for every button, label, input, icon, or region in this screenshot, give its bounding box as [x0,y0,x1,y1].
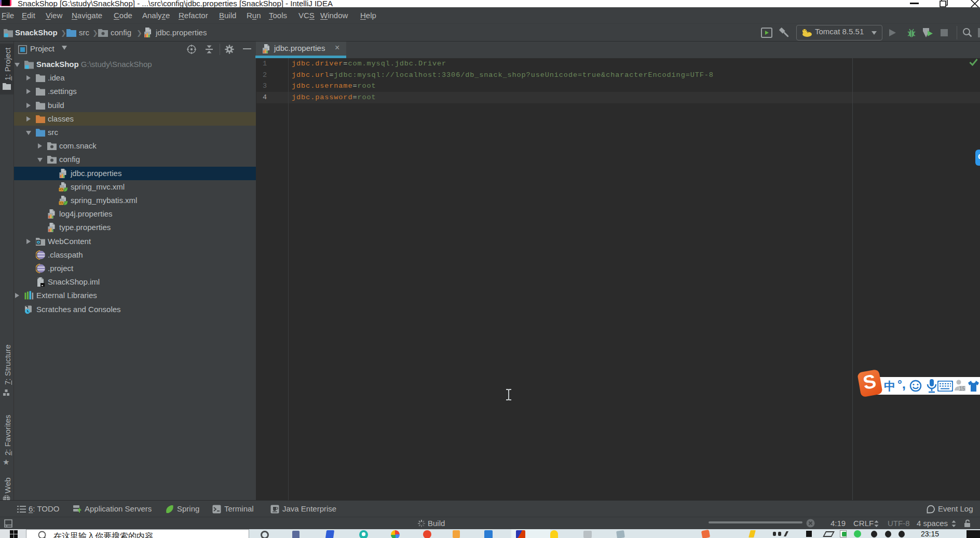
svg-text:15: 15 [959,386,965,392]
svg-text:<>: <> [60,187,64,191]
svg-text:<>: <> [60,201,64,205]
